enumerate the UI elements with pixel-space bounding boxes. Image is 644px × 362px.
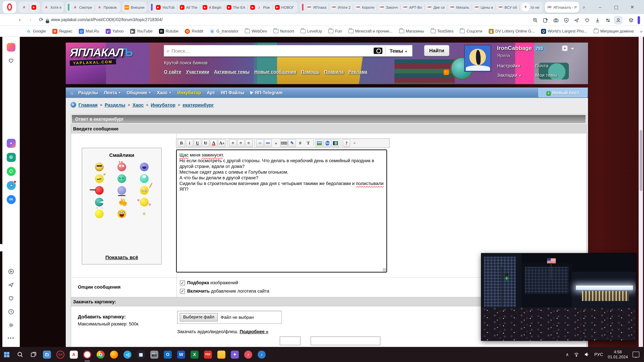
bookmark-folder[interactable]: Миграция домена — [594, 29, 634, 33]
tab[interactable]: ЯПВСУ об — [496, 2, 519, 13]
show-all-smileys-link[interactable]: Показать всё — [82, 254, 161, 260]
share-send-icon[interactable] — [572, 16, 581, 24]
tab-group-color-strip[interactable] — [302, 4, 304, 11]
link-about[interactable]: О сайте — [164, 69, 182, 74]
hashtag-button[interactable]: # — [296, 139, 304, 147]
task-view-icon[interactable] — [27, 347, 40, 362]
insert-flash-button[interactable]: flash — [324, 139, 331, 147]
taskbar-app-icon[interactable]: A — [67, 347, 80, 362]
crumb-home[interactable]: Главная — [78, 102, 98, 107]
favorites-heart-icon[interactable] — [582, 16, 591, 24]
user-name[interactable]: IronCabbage793 — [497, 45, 544, 52]
adblock-shield-icon[interactable] — [562, 16, 570, 24]
font-color-button[interactable]: A — [210, 139, 217, 147]
bookmark[interactable]: @Mail.Ru — [79, 29, 99, 34]
italic-button[interactable]: i — [186, 139, 193, 147]
pinned-tab[interactable]: ▶ — [29, 2, 38, 13]
align-right-button[interactable]: ≡ — [245, 139, 252, 147]
bookmark-folder[interactable]: Fun — [328, 29, 342, 33]
logout-icon[interactable]: ➜ — [570, 45, 575, 51]
taskbar-pdf-icon[interactable]: PDF — [201, 347, 215, 362]
close-toolbar-button[interactable]: × — [351, 139, 358, 147]
tab[interactable]: ЯПЦены в — [472, 2, 496, 13]
nav-feed[interactable]: Лента ▼ — [104, 90, 121, 95]
bookmark-folder[interactable]: WebDev — [245, 29, 267, 33]
tab[interactable]: ЯПКороле — [353, 2, 377, 13]
smiley-alien-green[interactable] — [118, 174, 126, 183]
tab[interactable]: AХотя я — [42, 2, 64, 13]
pip-video-player[interactable] — [481, 253, 636, 341]
nav-files[interactable]: ЯП Файлы — [221, 90, 244, 95]
add-rating-icon[interactable]: + — [562, 45, 568, 51]
smiley-cool-sunglasses[interactable] — [95, 163, 104, 171]
profile-icon[interactable] — [614, 16, 622, 24]
taskbar-app-icon[interactable]: 🗀 — [40, 347, 54, 362]
tab-group-color-strip[interactable] — [68, 4, 70, 11]
partial-button[interactable] — [310, 337, 380, 345]
bookmark[interactable]: GGoogle — [26, 29, 46, 34]
site-logo[interactable]: ЯПЛАКАЛЪ YAPLAKAL.COM — [70, 46, 159, 79]
insert-link-button[interactable]: ∞ — [256, 139, 264, 147]
crumb-chaos[interactable]: Хаос — [132, 102, 144, 107]
sidebar-more-icon[interactable]: ••• — [5, 332, 17, 344]
aria-ai-icon[interactable]: ✦ — [5, 137, 17, 149]
bookmark[interactable]: RRutube — [159, 29, 178, 34]
taskbar-music-icon[interactable]: ♪ — [242, 347, 255, 362]
insert-video-button[interactable] — [332, 139, 339, 147]
tab-group-color-strip[interactable] — [151, 4, 152, 11]
history-clock-icon[interactable] — [5, 306, 17, 318]
tab[interactable]: ▶All The — [177, 2, 200, 13]
taskbar-clock[interactable]: 4:5801.01.2024 — [608, 350, 628, 360]
smiley-machine-gun[interactable]: ✶ — [95, 186, 104, 195]
tab[interactable]: ▶The EA — [224, 2, 248, 13]
user-avatar[interactable] — [464, 45, 491, 72]
link-mail[interactable]: Почта — [535, 63, 548, 68]
settings-sliders-icon[interactable] — [604, 16, 612, 24]
link-help[interactable]: Помощь — [301, 69, 320, 74]
tab[interactable]: AПровож — [95, 2, 119, 13]
link-ads[interactable]: Реклама — [348, 69, 367, 74]
checkbox-checked[interactable]: ✓ — [180, 280, 185, 285]
tab[interactable]: ▶A Begin — [200, 2, 224, 13]
smiley-laughing-big[interactable] — [118, 210, 126, 218]
quote-button[interactable]: » — [272, 139, 280, 147]
nav-incubator[interactable]: Инкубатор — [177, 90, 201, 95]
taskbar-firefox-icon[interactable] — [107, 347, 121, 362]
speed-dial-icon[interactable] — [5, 41, 17, 53]
link-members[interactable]: Участники — [186, 69, 210, 74]
notification-center-icon[interactable] — [632, 352, 639, 357]
vk-icon[interactable]: VK — [5, 194, 17, 205]
partial-button[interactable] — [280, 337, 300, 345]
smiley-pacman-teal[interactable] — [95, 198, 104, 206]
smiley-crying-blue[interactable] — [140, 163, 148, 171]
bookmark-folder[interactable]: Соцсети — [460, 29, 482, 33]
taskbar-app-icon[interactable]: ▦ — [134, 347, 148, 362]
tab[interactable]: ЯПАРТ-Во — [400, 2, 424, 13]
bookmark[interactable]: GG_translator — [210, 29, 238, 34]
pin-note-icon[interactable] — [541, 16, 550, 24]
window-minimize-button[interactable]: – — [594, 0, 606, 14]
window-close-button[interactable]: ✕ — [626, 0, 638, 14]
window-maximize-button[interactable]: ▢ — [610, 0, 622, 14]
link-rules[interactable]: Правила — [324, 69, 344, 74]
crumb-sections[interactable]: Разделы — [105, 102, 125, 107]
smiley-star[interactable]: ★ — [140, 210, 148, 218]
tab[interactable]: ЯПДве се — [425, 2, 447, 13]
insert-list-button[interactable]: ≔ — [264, 139, 272, 147]
scrollbar-thumb[interactable] — [640, 130, 642, 191]
link-new-posts[interactable]: Новые сообщения — [254, 69, 296, 74]
bookmark-folder[interactable]: LevelUp — [300, 29, 322, 33]
nav-chaos[interactable]: Хаос ▼ — [157, 90, 172, 95]
language-indicator[interactable]: РУС — [594, 352, 603, 357]
rss-icon[interactable] — [444, 69, 449, 75]
page-scrollbar[interactable] — [639, 37, 643, 347]
player-icon[interactable] — [5, 266, 17, 277]
link-settings[interactable]: Настройки — [497, 63, 520, 68]
smiley-horns-yellow[interactable]: ⌒⌒ — [95, 210, 104, 218]
bold-button[interactable]: B — [178, 139, 185, 147]
option-image-selection[interactable]: ✓ Подборка изображений — [180, 280, 238, 285]
extensions-cube-icon[interactable] — [626, 16, 635, 24]
strikethrough-button[interactable]: Ʉ — [202, 139, 209, 147]
nav-art[interactable]: Арт — [207, 90, 215, 95]
underline-button[interactable]: U — [194, 139, 201, 147]
